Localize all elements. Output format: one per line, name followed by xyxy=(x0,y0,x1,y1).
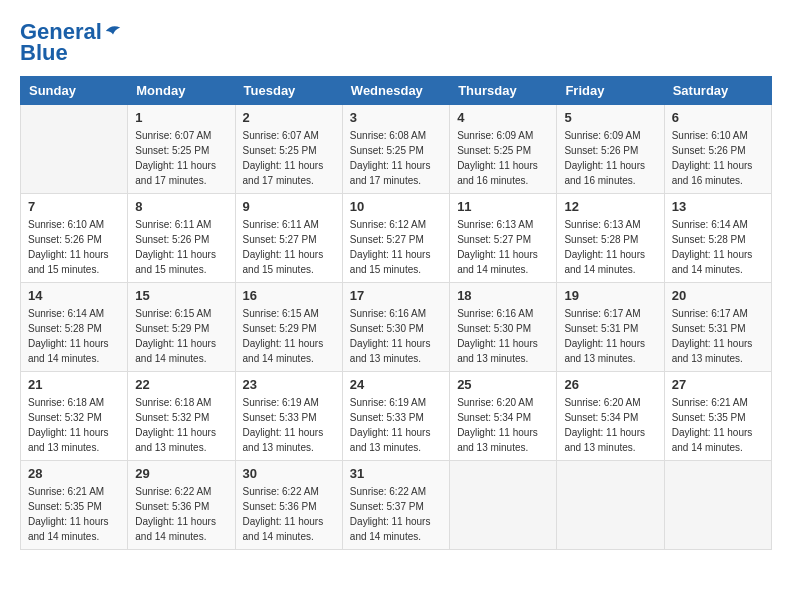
day-info: Sunrise: 6:18 AM Sunset: 5:32 PM Dayligh… xyxy=(135,395,227,455)
sunset: Sunset: 5:27 PM xyxy=(457,234,531,245)
daylight: Daylight: 11 hours and 15 minutes. xyxy=(135,249,216,275)
day-number: 4 xyxy=(457,110,549,125)
sunset: Sunset: 5:32 PM xyxy=(135,412,209,423)
day-info: Sunrise: 6:13 AM Sunset: 5:28 PM Dayligh… xyxy=(564,217,656,277)
day-info: Sunrise: 6:22 AM Sunset: 5:36 PM Dayligh… xyxy=(135,484,227,544)
calendar-cell: 24 Sunrise: 6:19 AM Sunset: 5:33 PM Dayl… xyxy=(342,372,449,461)
calendar-week-2: 7 Sunrise: 6:10 AM Sunset: 5:26 PM Dayli… xyxy=(21,194,772,283)
daylight: Daylight: 11 hours and 15 minutes. xyxy=(350,249,431,275)
calendar-week-5: 28 Sunrise: 6:21 AM Sunset: 5:35 PM Dayl… xyxy=(21,461,772,550)
sunrise: Sunrise: 6:18 AM xyxy=(28,397,104,408)
sunset: Sunset: 5:27 PM xyxy=(350,234,424,245)
daylight: Daylight: 11 hours and 13 minutes. xyxy=(564,338,645,364)
calendar-cell: 20 Sunrise: 6:17 AM Sunset: 5:31 PM Dayl… xyxy=(664,283,771,372)
calendar-cell: 5 Sunrise: 6:09 AM Sunset: 5:26 PM Dayli… xyxy=(557,105,664,194)
sunrise: Sunrise: 6:22 AM xyxy=(350,486,426,497)
day-info: Sunrise: 6:17 AM Sunset: 5:31 PM Dayligh… xyxy=(672,306,764,366)
sunrise: Sunrise: 6:21 AM xyxy=(28,486,104,497)
daylight: Daylight: 11 hours and 13 minutes. xyxy=(457,338,538,364)
daylight: Daylight: 11 hours and 14 minutes. xyxy=(243,338,324,364)
weekday-monday: Monday xyxy=(128,77,235,105)
day-number: 1 xyxy=(135,110,227,125)
calendar-week-1: 1 Sunrise: 6:07 AM Sunset: 5:25 PM Dayli… xyxy=(21,105,772,194)
calendar-cell: 10 Sunrise: 6:12 AM Sunset: 5:27 PM Dayl… xyxy=(342,194,449,283)
day-info: Sunrise: 6:16 AM Sunset: 5:30 PM Dayligh… xyxy=(350,306,442,366)
sunrise: Sunrise: 6:16 AM xyxy=(457,308,533,319)
sunset: Sunset: 5:34 PM xyxy=(457,412,531,423)
day-number: 7 xyxy=(28,199,120,214)
daylight: Daylight: 11 hours and 14 minutes. xyxy=(457,249,538,275)
calendar-cell: 13 Sunrise: 6:14 AM Sunset: 5:28 PM Dayl… xyxy=(664,194,771,283)
sunrise: Sunrise: 6:18 AM xyxy=(135,397,211,408)
calendar-cell xyxy=(557,461,664,550)
sunset: Sunset: 5:37 PM xyxy=(350,501,424,512)
day-info: Sunrise: 6:14 AM Sunset: 5:28 PM Dayligh… xyxy=(672,217,764,277)
page-header: General Blue xyxy=(20,20,772,66)
day-info: Sunrise: 6:20 AM Sunset: 5:34 PM Dayligh… xyxy=(564,395,656,455)
day-number: 28 xyxy=(28,466,120,481)
weekday-tuesday: Tuesday xyxy=(235,77,342,105)
sunset: Sunset: 5:28 PM xyxy=(28,323,102,334)
calendar-table: SundayMondayTuesdayWednesdayThursdayFrid… xyxy=(20,76,772,550)
day-number: 10 xyxy=(350,199,442,214)
day-number: 14 xyxy=(28,288,120,303)
day-info: Sunrise: 6:07 AM Sunset: 5:25 PM Dayligh… xyxy=(243,128,335,188)
day-info: Sunrise: 6:21 AM Sunset: 5:35 PM Dayligh… xyxy=(28,484,120,544)
calendar-cell: 15 Sunrise: 6:15 AM Sunset: 5:29 PM Dayl… xyxy=(128,283,235,372)
sunrise: Sunrise: 6:11 AM xyxy=(135,219,211,230)
calendar-cell: 17 Sunrise: 6:16 AM Sunset: 5:30 PM Dayl… xyxy=(342,283,449,372)
sunset: Sunset: 5:25 PM xyxy=(457,145,531,156)
sunrise: Sunrise: 6:22 AM xyxy=(243,486,319,497)
day-info: Sunrise: 6:22 AM Sunset: 5:37 PM Dayligh… xyxy=(350,484,442,544)
calendar-cell: 12 Sunrise: 6:13 AM Sunset: 5:28 PM Dayl… xyxy=(557,194,664,283)
sunrise: Sunrise: 6:08 AM xyxy=(350,130,426,141)
sunrise: Sunrise: 6:07 AM xyxy=(243,130,319,141)
weekday-wednesday: Wednesday xyxy=(342,77,449,105)
sunrise: Sunrise: 6:13 AM xyxy=(564,219,640,230)
sunrise: Sunrise: 6:17 AM xyxy=(564,308,640,319)
day-number: 2 xyxy=(243,110,335,125)
calendar-cell: 29 Sunrise: 6:22 AM Sunset: 5:36 PM Dayl… xyxy=(128,461,235,550)
sunrise: Sunrise: 6:09 AM xyxy=(564,130,640,141)
sunset: Sunset: 5:30 PM xyxy=(350,323,424,334)
day-info: Sunrise: 6:20 AM Sunset: 5:34 PM Dayligh… xyxy=(457,395,549,455)
daylight: Daylight: 11 hours and 15 minutes. xyxy=(28,249,109,275)
daylight: Daylight: 11 hours and 13 minutes. xyxy=(672,338,753,364)
day-info: Sunrise: 6:14 AM Sunset: 5:28 PM Dayligh… xyxy=(28,306,120,366)
calendar-cell: 14 Sunrise: 6:14 AM Sunset: 5:28 PM Dayl… xyxy=(21,283,128,372)
daylight: Daylight: 11 hours and 14 minutes. xyxy=(672,427,753,453)
daylight: Daylight: 11 hours and 14 minutes. xyxy=(350,516,431,542)
daylight: Daylight: 11 hours and 13 minutes. xyxy=(457,427,538,453)
daylight: Daylight: 11 hours and 14 minutes. xyxy=(28,338,109,364)
calendar-cell: 25 Sunrise: 6:20 AM Sunset: 5:34 PM Dayl… xyxy=(450,372,557,461)
day-number: 25 xyxy=(457,377,549,392)
day-info: Sunrise: 6:09 AM Sunset: 5:26 PM Dayligh… xyxy=(564,128,656,188)
sunrise: Sunrise: 6:20 AM xyxy=(564,397,640,408)
day-number: 8 xyxy=(135,199,227,214)
day-number: 30 xyxy=(243,466,335,481)
sunset: Sunset: 5:31 PM xyxy=(672,323,746,334)
sunset: Sunset: 5:27 PM xyxy=(243,234,317,245)
day-number: 16 xyxy=(243,288,335,303)
sunset: Sunset: 5:33 PM xyxy=(350,412,424,423)
sunset: Sunset: 5:26 PM xyxy=(135,234,209,245)
day-number: 21 xyxy=(28,377,120,392)
day-info: Sunrise: 6:08 AM Sunset: 5:25 PM Dayligh… xyxy=(350,128,442,188)
day-info: Sunrise: 6:21 AM Sunset: 5:35 PM Dayligh… xyxy=(672,395,764,455)
sunrise: Sunrise: 6:10 AM xyxy=(672,130,748,141)
daylight: Daylight: 11 hours and 16 minutes. xyxy=(564,160,645,186)
sunset: Sunset: 5:33 PM xyxy=(243,412,317,423)
sunrise: Sunrise: 6:11 AM xyxy=(243,219,319,230)
sunrise: Sunrise: 6:19 AM xyxy=(243,397,319,408)
day-info: Sunrise: 6:11 AM Sunset: 5:26 PM Dayligh… xyxy=(135,217,227,277)
daylight: Daylight: 11 hours and 16 minutes. xyxy=(672,160,753,186)
day-number: 18 xyxy=(457,288,549,303)
day-number: 22 xyxy=(135,377,227,392)
sunrise: Sunrise: 6:10 AM xyxy=(28,219,104,230)
sunrise: Sunrise: 6:19 AM xyxy=(350,397,426,408)
calendar-cell: 30 Sunrise: 6:22 AM Sunset: 5:36 PM Dayl… xyxy=(235,461,342,550)
calendar-cell: 4 Sunrise: 6:09 AM Sunset: 5:25 PM Dayli… xyxy=(450,105,557,194)
sunrise: Sunrise: 6:21 AM xyxy=(672,397,748,408)
sunset: Sunset: 5:29 PM xyxy=(135,323,209,334)
sunset: Sunset: 5:28 PM xyxy=(672,234,746,245)
